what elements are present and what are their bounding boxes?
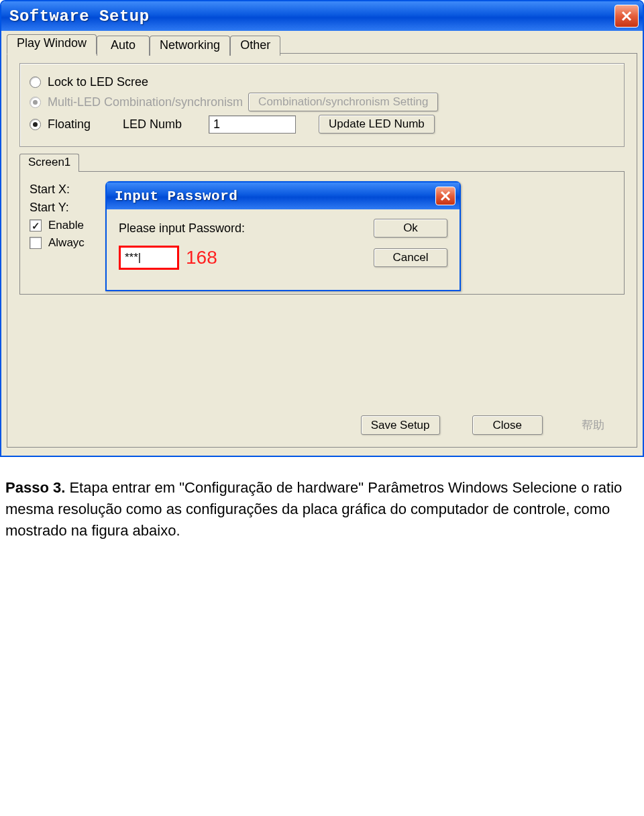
combination-sync-button: Combination/synchronism Setting	[248, 93, 438, 111]
tab-screen1[interactable]: Screen1	[19, 154, 79, 172]
start-x-label: Start X:	[30, 183, 97, 197]
close-icon[interactable]	[435, 187, 455, 205]
radio-lock-led-label: Lock to LED Scree	[48, 75, 148, 89]
modal-titlebar[interactable]: Input Password	[107, 183, 460, 209]
ok-button[interactable]: Ok	[374, 219, 447, 238]
password-dialog: Input Password Please input Password: Ok…	[105, 181, 461, 291]
main-titlebar[interactable]: Software Setup	[1, 1, 643, 31]
main-tabs: Play Window Auto Networking Other	[7, 34, 637, 54]
tab-play-window[interactable]: Play Window	[7, 34, 97, 54]
always-label: Alwayc	[48, 236, 85, 250]
radio-floating[interactable]: Floating LED Numb Update LED Numb	[30, 115, 614, 134]
checkbox-always[interactable]	[30, 237, 42, 249]
checkbox-enable[interactable]	[30, 219, 42, 232]
step-label: Passo 3.	[5, 479, 65, 496]
enable-label: Enable	[48, 219, 84, 232]
window-title: Software Setup	[9, 7, 150, 26]
password-prompt: Please input Password:	[119, 221, 245, 236]
tab-networking[interactable]: Networking	[150, 36, 230, 56]
save-setup-button[interactable]: Save Setup	[361, 415, 440, 435]
radio-multi-led-label: Multi-LED Combination/synchronism	[48, 95, 243, 109]
radio-icon	[30, 76, 41, 88]
led-numb-label: LED Numb	[123, 117, 182, 132]
modal-title: Input Password	[115, 189, 237, 204]
screen-tabs: Screen1	[19, 154, 625, 172]
update-led-button[interactable]: Update LED Numb	[319, 115, 435, 134]
bottom-button-bar: Save Setup Close 帮助	[19, 415, 625, 435]
radio-icon	[30, 97, 41, 108]
radio-multi-led: Multi-LED Combination/synchronism Combin…	[30, 93, 614, 111]
tab-auto[interactable]: Auto	[97, 36, 150, 56]
led-numb-input[interactable]	[209, 115, 296, 134]
tab-other[interactable]: Other	[230, 36, 280, 56]
password-input[interactable]: ***|	[119, 246, 179, 270]
instruction-paragraph: Passo 3. Etapa entrar em "Configuração d…	[0, 457, 644, 542]
software-setup-window: Software Setup Play Window Auto Networki…	[0, 0, 644, 457]
password-hint: 168	[186, 247, 217, 268]
start-y-label: Start Y:	[30, 201, 97, 215]
step-text: Etapa entrar em "Configuração de hardwar…	[5, 479, 622, 539]
close-button[interactable]: Close	[472, 415, 543, 435]
radio-lock-led[interactable]: Lock to LED Scree	[30, 75, 614, 89]
radio-icon	[30, 119, 41, 130]
display-mode-group: Lock to LED Scree Multi-LED Combination/…	[19, 63, 625, 147]
help-button[interactable]: 帮助	[575, 415, 611, 435]
radio-floating-label: Floating	[48, 117, 91, 132]
close-icon[interactable]	[614, 5, 639, 28]
cancel-button[interactable]: Cancel	[374, 248, 447, 267]
modal-body: Please input Password: Ok ***| 168 Cance…	[107, 209, 460, 290]
